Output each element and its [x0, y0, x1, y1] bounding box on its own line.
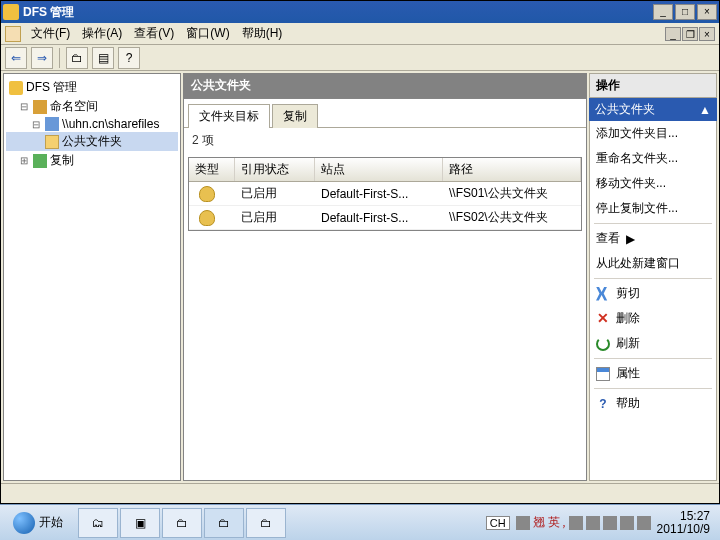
start-label: 开始 [39, 514, 63, 531]
refresh-icon [596, 337, 610, 351]
tree-pane[interactable]: DFS 管理 ⊟ 命名空间 ⊟ \\uhn.cn\sharefiles 公共文件… [3, 73, 181, 481]
ime-indicator[interactable]: 翘 英 , [533, 514, 566, 531]
mdi-close-button[interactable]: × [699, 27, 715, 41]
task-server-manager[interactable]: 🗀 [162, 508, 202, 538]
tray-icon[interactable] [516, 516, 530, 530]
separator [594, 388, 712, 389]
menu-file[interactable]: 文件(F) [25, 23, 76, 44]
language-indicator[interactable]: CH [486, 516, 510, 530]
mdi-minimize-button[interactable]: _ [665, 27, 681, 41]
separator [59, 48, 60, 68]
task-dfs[interactable]: 🗀 [204, 508, 244, 538]
tree-root[interactable]: DFS 管理 [6, 78, 178, 97]
tree-folder[interactable]: 公共文件夹 [6, 132, 178, 151]
mdi-restore-button[interactable]: ❐ [682, 27, 698, 41]
menu-window[interactable]: 窗口(W) [180, 23, 235, 44]
tab-targets[interactable]: 文件夹目标 [188, 104, 270, 128]
cut-icon [596, 287, 610, 301]
action-rename[interactable]: 重命名文件夹... [590, 146, 716, 171]
speaker-icon[interactable] [620, 516, 634, 530]
col-ref[interactable]: 引用状态 [235, 158, 315, 181]
col-type[interactable]: 类型 [189, 158, 235, 181]
tree-server[interactable]: ⊟ \\uhn.cn\sharefiles [6, 116, 178, 132]
help-icon: ? [596, 397, 610, 411]
menu-view[interactable]: 查看(V) [128, 23, 180, 44]
tab-replication[interactable]: 复制 [272, 104, 318, 128]
date: 2011/10/9 [657, 523, 710, 536]
cell-ref: 已启用 [235, 206, 315, 229]
folder-icon [45, 135, 59, 149]
col-path[interactable]: 路径 [443, 158, 581, 181]
close-button[interactable]: × [697, 4, 717, 20]
task-explorer[interactable]: 🗂 [78, 508, 118, 538]
action-view[interactable]: 查看▶ [590, 226, 716, 251]
table-row[interactable]: 已启用 Default-First-S... \\FS01\公共文件夹 [189, 182, 581, 206]
minimize-button[interactable]: _ [653, 4, 673, 20]
menubar: 文件(F) 操作(A) 查看(V) 窗口(W) 帮助(H) _ ❐ × [1, 23, 719, 45]
help-button[interactable]: ? [118, 47, 140, 69]
center-pane: 公共文件夹 文件夹目标 复制 2 项 类型 引用状态 站点 路径 [183, 73, 587, 481]
center-content: 文件夹目标 复制 2 项 类型 引用状态 站点 路径 已启用 Default-F… [183, 98, 587, 481]
time: 15:27 [657, 510, 710, 523]
tabs: 文件夹目标 复制 [184, 99, 586, 128]
titlebar[interactable]: DFS 管理 _ □ × [1, 1, 719, 23]
system-tray: CH 翘 英 , 15:27 2011/10/9 [486, 510, 716, 536]
dfs-icon [9, 81, 23, 95]
tray-icon[interactable] [603, 516, 617, 530]
collapse-icon[interactable]: ⊟ [30, 119, 42, 130]
action-properties[interactable]: 属性 [590, 361, 716, 386]
cell-path: \\FS01\公共文件夹 [443, 182, 581, 205]
actions-title: 操作 [589, 73, 717, 98]
item-count: 2 项 [184, 128, 586, 153]
actions-subtitle[interactable]: 公共文件夹 ▲ [589, 98, 717, 121]
target-icon [199, 210, 215, 226]
tree-server-label: \\uhn.cn\sharefiles [62, 117, 159, 131]
replication-icon [33, 154, 47, 168]
tree-replication[interactable]: ⊞ 复制 [6, 151, 178, 170]
menu-help[interactable]: 帮助(H) [236, 23, 289, 44]
forward-button[interactable]: ⇒ [31, 47, 53, 69]
properties-icon [596, 367, 610, 381]
taskbar: 开始 🗂 ▣ 🗀 🗀 🗀 CH 翘 英 , 15:27 2011/10/9 [0, 504, 720, 540]
network-icon[interactable] [637, 516, 651, 530]
task-buttons: 🗂 ▣ 🗀 🗀 🗀 [78, 508, 286, 538]
cell-site: Default-First-S... [315, 208, 443, 228]
delete-icon: ✕ [596, 312, 610, 326]
cell-ref: 已启用 [235, 182, 315, 205]
separator [594, 278, 712, 279]
start-button[interactable]: 开始 [4, 509, 72, 537]
tree-namespace-label: 命名空间 [50, 98, 98, 115]
action-help[interactable]: ?帮助 [590, 391, 716, 416]
action-add-target[interactable]: 添加文件夹目... [590, 121, 716, 146]
back-button[interactable]: ⇐ [5, 47, 27, 69]
tray-icon[interactable] [569, 516, 583, 530]
body: DFS 管理 ⊟ 命名空间 ⊟ \\uhn.cn\sharefiles 公共文件… [1, 71, 719, 483]
clock[interactable]: 15:27 2011/10/9 [657, 510, 710, 536]
actions-pane: 操作 公共文件夹 ▲ 添加文件夹目... 重命名文件夹... 移动文件夹... … [589, 73, 717, 481]
action-delete[interactable]: ✕删除 [590, 306, 716, 331]
tree-folder-label: 公共文件夹 [62, 133, 122, 150]
collapse-icon[interactable]: ⊟ [18, 101, 30, 112]
action-refresh[interactable]: 刷新 [590, 331, 716, 356]
task-powershell[interactable]: ▣ [120, 508, 160, 538]
targets-table: 类型 引用状态 站点 路径 已启用 Default-First-S... \\F… [188, 157, 582, 231]
action-stop-replication[interactable]: 停止复制文件... [590, 196, 716, 221]
tree-namespace[interactable]: ⊟ 命名空间 [6, 97, 178, 116]
maximize-button[interactable]: □ [675, 4, 695, 20]
statusbar [1, 483, 719, 503]
toolbar-button-2[interactable]: ▤ [92, 47, 114, 69]
action-move[interactable]: 移动文件夹... [590, 171, 716, 196]
task-other[interactable]: 🗀 [246, 508, 286, 538]
windows-orb-icon [13, 512, 35, 534]
table-row[interactable]: 已启用 Default-First-S... \\FS02\公共文件夹 [189, 206, 581, 230]
tree-replication-label: 复制 [50, 152, 74, 169]
expand-icon[interactable]: ⊞ [18, 155, 30, 166]
action-new-window[interactable]: 从此处新建窗口 [590, 251, 716, 276]
action-cut[interactable]: 剪切 [590, 281, 716, 306]
tray-icon[interactable] [586, 516, 600, 530]
toolbar-button-1[interactable]: 🗀 [66, 47, 88, 69]
menu-action[interactable]: 操作(A) [76, 23, 128, 44]
server-icon [45, 117, 59, 131]
collapse-arrow-icon: ▲ [699, 103, 711, 117]
col-site[interactable]: 站点 [315, 158, 443, 181]
